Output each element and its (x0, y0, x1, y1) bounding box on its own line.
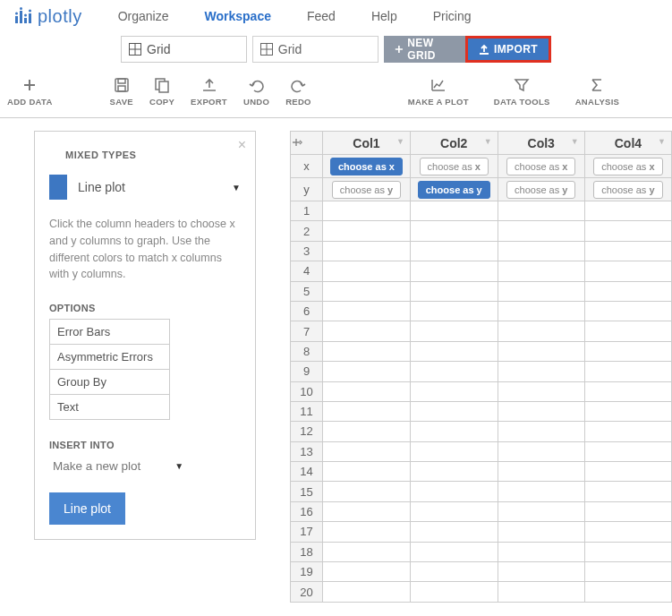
data-cell[interactable] (584, 422, 671, 441)
nav-pricing[interactable]: Pricing (433, 9, 472, 23)
data-cell[interactable] (323, 522, 411, 542)
data-cell[interactable] (323, 261, 411, 281)
column-header[interactable]: Col4▼ (584, 132, 671, 155)
data-cell[interactable] (410, 522, 498, 542)
logo[interactable]: plotly (14, 6, 82, 27)
data-cell[interactable] (410, 221, 498, 241)
tool-undo[interactable]: UNDO (243, 77, 269, 107)
nav-help[interactable]: Help (371, 9, 397, 23)
data-cell[interactable] (410, 582, 498, 602)
data-cell[interactable] (584, 462, 671, 482)
data-cell[interactable] (323, 562, 411, 582)
data-cell[interactable] (498, 422, 584, 441)
data-cell[interactable] (410, 501, 498, 521)
data-cell[interactable] (584, 281, 671, 301)
data-cell[interactable] (498, 321, 584, 341)
tool-redo[interactable]: REDO (285, 77, 311, 107)
choose-as-y-chip[interactable]: choose as y (506, 181, 575, 199)
row-header[interactable]: 14 (291, 462, 323, 482)
chevron-down-icon[interactable]: ▼ (658, 137, 666, 146)
data-cell[interactable] (323, 201, 411, 221)
data-cell[interactable] (584, 501, 671, 521)
tool-add-data[interactable]: ADD DATA (7, 77, 53, 107)
row-header[interactable]: 7 (291, 321, 323, 341)
data-cell[interactable] (498, 261, 584, 281)
row-header[interactable]: 17 (291, 522, 323, 542)
row-header[interactable]: 20 (291, 582, 323, 602)
data-cell[interactable] (410, 261, 498, 281)
plot-type-select[interactable]: Line plot ▼ (49, 175, 241, 200)
row-header[interactable]: 6 (291, 301, 323, 321)
data-cell[interactable] (498, 381, 584, 401)
row-header[interactable]: 11 (291, 401, 323, 421)
data-cell[interactable] (498, 582, 584, 602)
choose-as-x-chip[interactable]: choose as x (420, 158, 489, 175)
nav-feed[interactable]: Feed (307, 9, 336, 23)
row-header[interactable]: 12 (291, 422, 323, 441)
data-cell[interactable] (498, 562, 584, 582)
choose-as-y-chip[interactable]: choose as y (418, 181, 490, 199)
data-cell[interactable] (410, 301, 498, 321)
data-cell[interactable] (584, 261, 671, 281)
data-cell[interactable] (584, 341, 671, 361)
choose-as-x-chip[interactable]: choose as x (330, 158, 403, 175)
option-error-bars[interactable]: Error Bars (50, 320, 169, 345)
data-cell[interactable] (323, 441, 411, 461)
data-cell[interactable] (323, 501, 411, 521)
column-header[interactable]: Col1▼ (323, 132, 411, 155)
grid-corner[interactable] (291, 132, 323, 155)
data-cell[interactable] (498, 462, 584, 482)
data-cell[interactable] (498, 441, 584, 461)
data-cell[interactable] (410, 362, 498, 381)
data-cell[interactable] (323, 301, 411, 321)
data-cell[interactable] (498, 482, 584, 501)
tab-grid-2[interactable]: Grid (252, 36, 379, 63)
data-cell[interactable] (323, 582, 411, 602)
data-cell[interactable] (498, 341, 584, 361)
new-grid-button[interactable]: NEW GRID (384, 36, 465, 63)
row-header[interactable]: 9 (291, 362, 323, 381)
option-text[interactable]: Text (50, 395, 169, 419)
data-cell[interactable] (323, 422, 411, 441)
row-header[interactable]: 2 (291, 221, 323, 241)
data-cell[interactable] (498, 241, 584, 261)
row-header[interactable]: 1 (291, 201, 323, 221)
insert-into-select[interactable]: Make a new plot ▼ (53, 459, 241, 473)
data-cell[interactable] (584, 241, 671, 261)
data-cell[interactable] (323, 362, 411, 381)
option-group-by[interactable]: Group By (50, 370, 169, 395)
tab-grid-1[interactable]: Grid (121, 36, 247, 63)
data-cell[interactable] (498, 522, 584, 542)
data-cell[interactable] (584, 321, 671, 341)
data-cell[interactable] (323, 241, 411, 261)
choose-as-y-chip[interactable]: choose as y (593, 181, 662, 199)
data-cell[interactable] (410, 462, 498, 482)
data-cell[interactable] (584, 362, 671, 381)
data-cell[interactable] (323, 341, 411, 361)
choose-as-x-chip[interactable]: choose as x (593, 158, 662, 175)
data-cell[interactable] (498, 221, 584, 241)
data-cell[interactable] (323, 542, 411, 561)
row-header[interactable]: 4 (291, 261, 323, 281)
data-cell[interactable] (498, 362, 584, 381)
data-cell[interactable] (410, 281, 498, 301)
data-cell[interactable] (584, 301, 671, 321)
row-header[interactable]: 13 (291, 441, 323, 461)
row-header[interactable]: 5 (291, 281, 323, 301)
data-cell[interactable] (410, 241, 498, 261)
data-cell[interactable] (410, 441, 498, 461)
data-cell[interactable] (410, 381, 498, 401)
data-cell[interactable] (498, 281, 584, 301)
row-header[interactable]: 8 (291, 341, 323, 361)
column-header[interactable]: Col2▼ (410, 132, 498, 155)
row-header[interactable]: 16 (291, 501, 323, 521)
tool-data-tools[interactable]: DATA TOOLS (494, 77, 550, 107)
data-cell[interactable] (584, 381, 671, 401)
data-cell[interactable] (323, 401, 411, 421)
chevron-down-icon[interactable]: ▼ (571, 137, 579, 146)
data-cell[interactable] (323, 321, 411, 341)
choose-as-y-chip[interactable]: choose as y (332, 181, 401, 199)
tool-copy[interactable]: COPY (149, 77, 174, 107)
tool-export[interactable]: EXPORT (191, 77, 227, 107)
row-header[interactable]: 15 (291, 482, 323, 501)
